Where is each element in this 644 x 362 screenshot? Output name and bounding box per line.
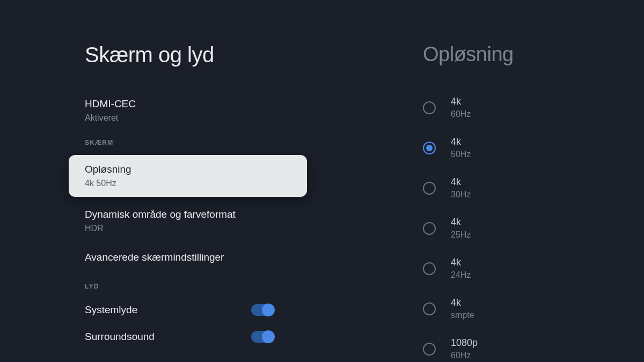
option-subtitle: 50Hz bbox=[451, 150, 471, 159]
options-title: Opløsning bbox=[423, 43, 644, 66]
radio-unchecked-icon bbox=[423, 101, 436, 114]
resolution-option-4k-25[interactable]: 4k 25Hz bbox=[423, 208, 644, 248]
radio-unchecked-icon bbox=[423, 182, 436, 195]
option-text: 4k 25Hz bbox=[451, 217, 471, 240]
toggle-knob-icon bbox=[262, 304, 275, 316]
option-subtitle: 25Hz bbox=[451, 230, 471, 240]
hdmi-cec-item[interactable]: HDMI-CEC Aktiveret bbox=[0, 91, 306, 130]
surround-toggle[interactable] bbox=[251, 331, 274, 343]
resolution-option-4k-50[interactable]: 4k 50Hz bbox=[423, 128, 644, 168]
resolution-option-4k-30[interactable]: 4k 30Hz bbox=[423, 168, 644, 208]
option-subtitle: 60Hz bbox=[451, 109, 471, 119]
resolution-options-list: 4k 60Hz 4k 50Hz 4k 30Hz 4k 25Hz bbox=[322, 87, 644, 362]
option-subtitle: 30Hz bbox=[451, 190, 471, 200]
system-sounds-toggle[interactable] bbox=[251, 304, 274, 316]
system-sounds-label: Systemlyde bbox=[85, 304, 137, 316]
option-subtitle: 60Hz bbox=[451, 351, 478, 360]
option-text: 4k 50Hz bbox=[451, 136, 471, 159]
section-header-display: SKÆRM bbox=[0, 130, 322, 153]
resolution-option-4k-24[interactable]: 4k 24Hz bbox=[423, 248, 644, 289]
radio-checked-icon bbox=[423, 142, 436, 154]
hdmi-cec-title: HDMI-CEC bbox=[85, 98, 306, 110]
surround-item[interactable]: Surroundsound bbox=[0, 323, 274, 350]
option-title: 4k bbox=[451, 217, 471, 228]
left-panel: Skærm og lyd HDMI-CEC Aktiveret SKÆRM Op… bbox=[0, 0, 322, 362]
radio-unchecked-icon bbox=[423, 222, 436, 235]
dynamic-range-subtitle: HDR bbox=[85, 224, 306, 233]
page-title: Skærm og lyd bbox=[85, 43, 322, 67]
advanced-display-title: Avancerede skærmindstillinger bbox=[85, 252, 306, 263]
radio-unchecked-icon bbox=[423, 343, 436, 356]
toggle-knob-icon bbox=[262, 330, 275, 343]
resolution-option-1080p-60[interactable]: 1080p 60Hz bbox=[423, 329, 644, 362]
option-title: 4k bbox=[451, 297, 474, 308]
option-title: 4k bbox=[451, 176, 471, 188]
option-text: 4k 24Hz bbox=[451, 257, 471, 280]
dynamic-range-item[interactable]: Dynamisk område og farveformat HDR bbox=[0, 201, 306, 241]
dynamic-range-title: Dynamisk område og farveformat bbox=[85, 209, 306, 220]
option-subtitle: smpte bbox=[451, 311, 474, 320]
resolution-title: Opløsning bbox=[85, 164, 291, 175]
radio-unchecked-icon bbox=[423, 262, 436, 275]
resolution-option-4k-60[interactable]: 4k 60Hz bbox=[423, 87, 644, 128]
option-subtitle: 24Hz bbox=[451, 270, 471, 280]
resolution-item[interactable]: Opløsning 4k 50Hz bbox=[69, 155, 307, 197]
resolution-subtitle: 4k 50Hz bbox=[85, 179, 291, 188]
option-text: 4k 60Hz bbox=[451, 96, 471, 119]
option-title: 4k bbox=[451, 257, 471, 268]
hdmi-cec-subtitle: Aktiveret bbox=[85, 113, 306, 123]
option-text: 4k 30Hz bbox=[451, 176, 471, 200]
surround-label: Surroundsound bbox=[85, 331, 155, 343]
system-sounds-item[interactable]: Systemlyde bbox=[0, 297, 274, 323]
option-title: 1080p bbox=[451, 337, 478, 349]
option-text: 1080p 60Hz bbox=[451, 337, 478, 360]
section-header-audio: LYD bbox=[0, 274, 322, 297]
option-title: 4k bbox=[451, 96, 471, 107]
option-text: 4k smpte bbox=[451, 297, 474, 320]
radio-inner-icon bbox=[426, 145, 433, 151]
right-panel: Opløsning 4k 60Hz 4k 50Hz 4k 30Hz bbox=[322, 0, 644, 362]
advanced-display-item[interactable]: Avancerede skærmindstillinger bbox=[0, 244, 306, 274]
option-title: 4k bbox=[451, 136, 471, 147]
radio-unchecked-icon bbox=[423, 302, 436, 315]
resolution-option-4k-smpte[interactable]: 4k smpte bbox=[423, 289, 644, 329]
